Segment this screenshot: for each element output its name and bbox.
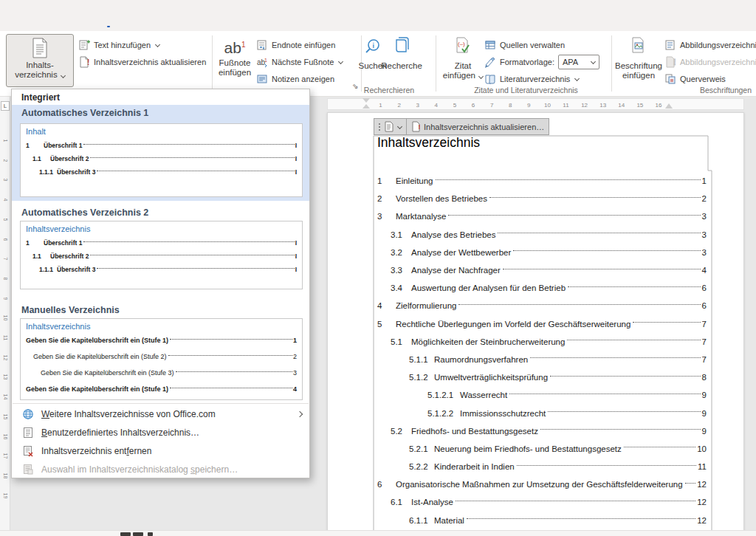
toc-entry[interactable]: 5.1.1 Raumordnungsverfahren 7: [377, 351, 707, 368]
insert-table-of-figures-button[interactable]: Abbildungsverzeichnis: [664, 37, 756, 52]
footnote-dialog-launcher-icon[interactable]: ⇘: [352, 82, 358, 90]
globe-icon: [22, 408, 34, 420]
update-table-of-figures-button: ! Abbildungsverzeichnis: [664, 54, 756, 69]
bibliography-button[interactable]: Literaturverzeichnis: [484, 71, 579, 86]
insert-caption-button[interactable]: Beschriftung einfügen: [616, 34, 662, 87]
ruler-number: 16: [3, 433, 8, 439]
cross-reference-button[interactable]: Querverweis: [664, 71, 726, 86]
gallery-manual-toc[interactable]: Manuelles Verzeichnis Inhaltsverzeichnis…: [12, 302, 309, 402]
dropdown-menu-item[interactable]: Inhaltsverzeichnis entfernen: [12, 441, 309, 460]
toc-entry-number: 3.4: [391, 284, 411, 292]
menu-tab[interactable]: [35, 18, 52, 31]
toc-entry[interactable]: 5.1.2.2 Immissionsschutzrecht 9: [377, 404, 707, 422]
dot-leader: [685, 483, 696, 484]
toc-entry-number: 6.1.1: [409, 516, 434, 525]
gallery-preview: Inhaltsverzeichnis Geben Sie die Kapitel…: [20, 318, 303, 400]
show-notes-button[interactable]: Notizen anzeigen: [256, 71, 334, 86]
toc-entry[interactable]: 4 Zielformulierung 6: [377, 297, 707, 315]
menu-tab[interactable]: [68, 18, 84, 31]
vertical-ruler[interactable]: L 12345678910111213141516171819: [0, 97, 10, 536]
research-button[interactable]: Recherche: [385, 34, 419, 87]
toc-entry-label: Analyse der Wettbewerber: [411, 248, 511, 257]
toc-entry[interactable]: 3.1 Analyse des Betriebes 3: [377, 226, 707, 244]
footnote-label-2: einfügen: [219, 68, 251, 77]
ruler-number: 5: [3, 216, 8, 222]
toc-entry-number: 5.1.2: [409, 373, 434, 382]
toc-entry[interactable]: 6.1.1 Material 12: [377, 512, 707, 529]
gallery-automatic-toc-2[interactable]: Automatisches Verzeichnis 2 Inhaltsverze…: [12, 205, 309, 298]
preview-toc-row: 1Überschrift 1 I: [26, 139, 297, 152]
insert-footnote-button[interactable]: ab1 Fußnote einfügen: [216, 34, 254, 87]
menu-tab[interactable]: [149, 18, 165, 31]
search-button[interactable]: i Suchen: [360, 34, 386, 87]
toc-entry[interactable]: 5.2.2 Kinderarbeit in Indien 11: [377, 458, 707, 475]
caption-label-2: einfügen: [622, 71, 655, 80]
add-text-button[interactable]: Text hinzufügen: [78, 37, 159, 52]
dropdown-menu-item[interactable]: Auswahl im Inhaltsverzeichniskatalog spe…: [12, 460, 309, 478]
dropdown-menu-item[interactable]: Weitere Inhaltsverzeichnisse von Office.…: [12, 405, 309, 423]
ruler-number: 17: [3, 453, 8, 459]
gallery-automatic-toc-1[interactable]: Automatisches Verzeichnis 1 Inhalt 1Über…: [12, 105, 309, 201]
manage-sources-label: Quellen verwalten: [500, 41, 565, 49]
toc-entry[interactable]: 5.1 Möglichkeiten der Steinbrucherweiter…: [377, 333, 707, 351]
dot-leader: [513, 250, 700, 251]
dot-leader: [448, 215, 700, 216]
toc-entry[interactable]: 5.2 Friedhofs- und Bestattungsgesetz 9: [377, 422, 707, 440]
ruler-number: 8: [501, 102, 520, 109]
insert-endnote-button[interactable]: Endnote einfügen: [256, 37, 335, 52]
tab-stop-selector[interactable]: L: [1, 101, 10, 111]
toc-entry[interactable]: 6.1 Ist-Analyse 12: [377, 493, 707, 511]
first-line-indent-marker[interactable]: [362, 98, 370, 103]
dropdown-menu-item[interactable]: Benutzerdefiniertes Inhaltsverzeichnis…: [12, 423, 309, 441]
horizontal-scroll-strip[interactable]: [0, 530, 756, 536]
update-toc-button[interactable]: ! Inhaltsverzeichnis aktualisieren: [78, 54, 206, 69]
gallery-title: Automatisches Verzeichnis 1: [21, 108, 148, 118]
toc-field-handle[interactable]: [374, 118, 407, 135]
citation-label-2: einfügen: [443, 71, 475, 80]
ruler-number: 11: [3, 335, 8, 341]
next-footnote-button[interactable]: ab1 Nächste Fußnote: [256, 54, 343, 69]
dot-leader: [550, 376, 701, 377]
preview-toc-row: Geben Sie die Kapitelüberschrift ein (St…: [26, 365, 297, 381]
horizontal-ruler[interactable]: 12345678910111213141516: [327, 98, 744, 110]
toc-entry[interactable]: 3.2 Analyse der Wettbewerber 3: [377, 244, 707, 261]
toc-entry[interactable]: 5.1.2 Umweltverträglichkeitsprüfung 8: [377, 368, 707, 386]
insert-citation-button[interactable]: (–) Zitat einfügen: [443, 34, 483, 87]
toc-entry[interactable]: 1 Einleitung 1: [377, 172, 707, 190]
toc-entry[interactable]: 3.4 Auswertung der Analysen für den Betr…: [377, 279, 707, 297]
menu-tab[interactable]: [52, 18, 68, 31]
toc-entry[interactable]: 5.2.1 Neuerung beim Friedhofs- und Besta…: [377, 440, 707, 458]
document-page[interactable]: ! Inhaltsverzeichnis aktualisieren… Inha…: [327, 112, 744, 536]
toc-document-icon: [30, 38, 49, 58]
toc-entry[interactable]: 2 Vorstellen des Betriebes 2: [377, 190, 707, 207]
dot-leader: [530, 357, 700, 358]
toc-entry-number: 5.1.2.2: [427, 409, 460, 418]
toc-entry-label: Friedhofs- und Bestattungsgesetz: [411, 427, 538, 436]
update-toc-field-button[interactable]: ! Inhaltsverzeichnis aktualisieren…: [407, 118, 549, 135]
dropdown-section-header: Integriert: [21, 92, 60, 103]
hanging-indent-marker[interactable]: [362, 104, 370, 109]
right-indent-marker[interactable]: [665, 103, 673, 109]
menu-tab[interactable]: [117, 18, 133, 31]
toc-entry[interactable]: 6 Organisatorische Maßnahmen zur Umsetzu…: [377, 475, 707, 493]
menu-tab[interactable]: [3, 18, 19, 31]
manage-sources-button[interactable]: Quellen verwalten: [484, 37, 565, 52]
menu-tab[interactable]: [100, 18, 117, 31]
toc-entry[interactable]: 5.1.2.1 Wasserrecht 9: [377, 386, 707, 404]
menu-tab[interactable]: [133, 18, 149, 31]
style-select[interactable]: APA: [558, 55, 599, 69]
toc-entry-label: Ist-Analyse: [411, 498, 453, 506]
menu-tab[interactable]: [84, 18, 100, 31]
toc-entry[interactable]: 3.3 Analyse der Nachfrager 4: [377, 261, 707, 279]
ruler-number: 3: [408, 102, 427, 109]
toc-entry[interactable]: 3 Marktanalyse 3: [377, 207, 707, 225]
menu-tab[interactable]: [165, 18, 182, 31]
table-of-contents-button[interactable]: Inhalts- verzeichnis: [6, 34, 74, 87]
dot-leader: [548, 411, 700, 412]
preview-toc-row: Geben Sie die Kapitelüberschrift ein (St…: [26, 348, 297, 365]
ruler-number: 3: [3, 177, 8, 183]
toc-entry-label: Vorstellen des Betriebes: [396, 194, 487, 203]
toc-entry[interactable]: 5 Rechtliche Überlegungen im Vorfeld der…: [377, 315, 707, 333]
search-icon: i: [363, 37, 382, 59]
menu-tab[interactable]: [19, 18, 35, 31]
